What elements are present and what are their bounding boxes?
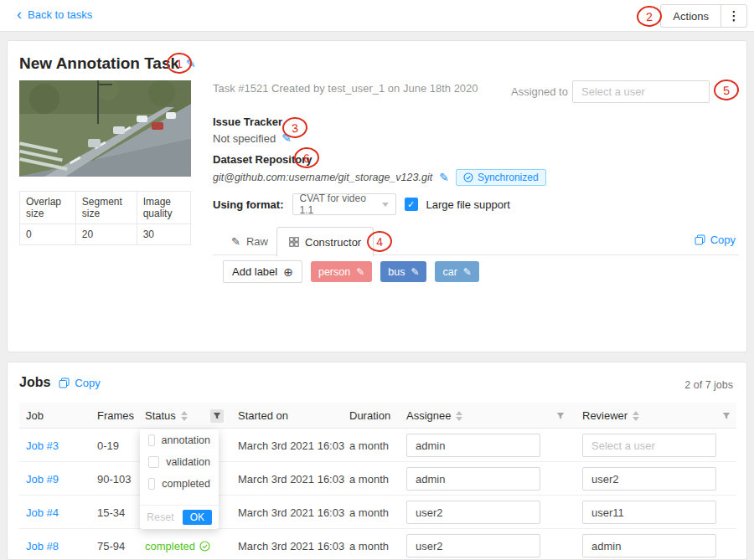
raw-edit-icon: ✎ — [231, 235, 240, 248]
back-link-label: Back to tasks — [28, 8, 92, 21]
col-started: Started on — [238, 403, 288, 429]
using-format-label: Using format: — [213, 198, 284, 211]
labels-tabs-bar: ✎ Raw Constructor Copy — [213, 227, 739, 255]
tab-constructor[interactable]: Constructor — [276, 227, 374, 256]
sync-check-icon — [463, 172, 473, 182]
param-header-quality: Image quality — [137, 192, 190, 224]
copy-jobs-label: Copy — [75, 377, 100, 389]
col-status: Status — [145, 403, 188, 429]
params-value-row: 0 20 30 — [20, 224, 191, 245]
assignee-input[interactable] — [406, 501, 540, 524]
label-edit-icon[interactable]: ✎ — [411, 266, 419, 278]
copy-jobs-button[interactable]: Copy — [59, 377, 100, 389]
add-label-button[interactable]: Add label ⊕ — [223, 260, 302, 283]
assignee-input[interactable] — [406, 534, 540, 557]
filter-option-label: completed — [162, 478, 210, 490]
duration-cell: a month — [349, 462, 389, 496]
task-meta: Task #1521 Created by test_user_1 on Jun… — [213, 82, 478, 95]
table-row: Job #4 15-34 March 3rd 2021 16:03 a mont… — [19, 496, 736, 529]
frames-cell: 0-19 — [97, 429, 119, 462]
chevron-left-icon: ‹ — [17, 9, 22, 20]
status-completed-icon — [199, 541, 210, 552]
back-to-tasks-link[interactable]: ‹ Back to tasks — [17, 8, 92, 21]
frames-cell: 90-103 — [97, 462, 131, 496]
status-text: completed — [145, 540, 195, 552]
job-link[interactable]: Job #3 — [26, 429, 59, 462]
duration-cell: a month — [349, 496, 389, 529]
filter-option-validation[interactable]: validation — [140, 451, 219, 473]
reviewer-sort-icon[interactable] — [633, 411, 639, 421]
started-cell: March 3rd 2021 16:03 — [238, 496, 344, 529]
filter-reset-button[interactable]: Reset — [147, 511, 174, 523]
status-sort-icon[interactable] — [181, 411, 188, 421]
started-cell: March 3rd 2021 16:03 — [238, 462, 344, 496]
copy-icon — [695, 234, 705, 245]
checkbox-annotation[interactable] — [148, 434, 155, 446]
col-duration: Duration — [349, 403, 390, 429]
label-constructor: Add label ⊕ person ✎ bus ✎ car ✎ — [223, 260, 479, 283]
label-chip-bus[interactable]: bus ✎ — [380, 261, 426, 282]
filter-ok-button[interactable]: OK — [183, 510, 212, 525]
filter-footer: Reset OK — [140, 505, 219, 529]
table-row: Job #9 90-103 March 3rd 2021 16:03 a mon… — [19, 462, 736, 496]
assignee-sort-icon[interactable] — [456, 411, 462, 421]
job-link[interactable]: Job #9 — [26, 462, 59, 496]
format-select-value: CVAT for video 1.1 — [300, 193, 382, 216]
filter-option-completed[interactable]: completed — [140, 473, 219, 495]
jobs-title: Jobs — [19, 375, 50, 390]
checkbox-validation[interactable] — [148, 456, 159, 468]
label-chip-car[interactable]: car ✎ — [435, 261, 478, 282]
more-menu-icon[interactable]: ⋮ — [721, 5, 746, 27]
assigned-to-label: Assigned to — [511, 85, 568, 98]
repository-url: git@github.com:username/git_storage_v123… — [213, 172, 432, 183]
large-file-checkbox[interactable]: ✓ — [405, 198, 418, 211]
assignee-input[interactable] — [406, 434, 540, 457]
reviewer-input[interactable] — [582, 434, 716, 457]
params-header-row: Overlap size Segment size Image quality — [20, 192, 191, 224]
param-value-overlap: 0 — [20, 224, 76, 245]
label-edit-icon[interactable]: ✎ — [463, 266, 472, 278]
actions-button[interactable]: Actions — [661, 5, 720, 27]
checkbox-completed[interactable] — [148, 478, 155, 490]
reviewer-input[interactable] — [582, 534, 716, 557]
tab-constructor-label: Constructor — [305, 236, 361, 249]
tab-raw[interactable]: ✎ Raw — [219, 227, 280, 255]
reviewer-filter-icon[interactable] — [720, 409, 733, 423]
task-thumbnail — [19, 80, 191, 177]
status-filter-icon[interactable] — [210, 409, 224, 423]
repository-edit-icon[interactable]: ✎ — [439, 171, 449, 184]
sync-status-label: Synchronized — [478, 172, 539, 183]
col-assignee: Assignee — [406, 403, 462, 429]
constructor-blocks-icon — [289, 237, 299, 247]
col-frames: Frames — [97, 403, 134, 429]
frames-cell: 15-34 — [97, 496, 125, 529]
assignee-input[interactable] — [406, 467, 540, 491]
add-label-text: Add label — [232, 265, 277, 278]
job-link[interactable]: Job #4 — [26, 496, 59, 529]
page-title: New Annotation Task — [19, 54, 179, 73]
chevron-down-icon — [382, 203, 389, 207]
issue-tracker-value: Not specified — [213, 132, 276, 145]
reviewer-input[interactable] — [582, 467, 716, 491]
label-chip-person[interactable]: person ✎ — [311, 261, 372, 282]
format-row: Using format: CVAT for video 1.1 ✓ Large… — [213, 193, 510, 215]
label-edit-icon[interactable]: ✎ — [356, 266, 364, 278]
task-params-table: Overlap size Segment size Image quality … — [19, 191, 191, 245]
actions-button-group: Actions ⋮ — [660, 4, 747, 28]
job-link[interactable]: Job #8 — [26, 529, 59, 560]
filter-option-label: annotation — [162, 434, 210, 446]
reviewer-input[interactable] — [582, 501, 716, 524]
param-header-segment: Segment size — [75, 192, 137, 224]
task-assignee-input[interactable] — [572, 80, 710, 103]
format-select[interactable]: CVAT for video 1.1 — [292, 193, 396, 215]
task-assignee-field — [572, 80, 710, 103]
tab-raw-label: Raw — [246, 235, 268, 248]
col-job: Job — [26, 403, 44, 429]
task-detail-card: New Annotation Task ✎ — [7, 40, 747, 352]
assignee-filter-icon[interactable] — [554, 409, 567, 423]
filter-option-annotation[interactable]: annotation — [140, 429, 219, 451]
sync-status-badge: Synchronized — [456, 169, 546, 186]
issue-tracker-label: Issue Tracker — [213, 116, 282, 128]
table-row: Job #3 0-19 March 3rd 2021 16:03 a month — [19, 429, 736, 462]
copy-labels-button[interactable]: Copy — [695, 234, 736, 246]
